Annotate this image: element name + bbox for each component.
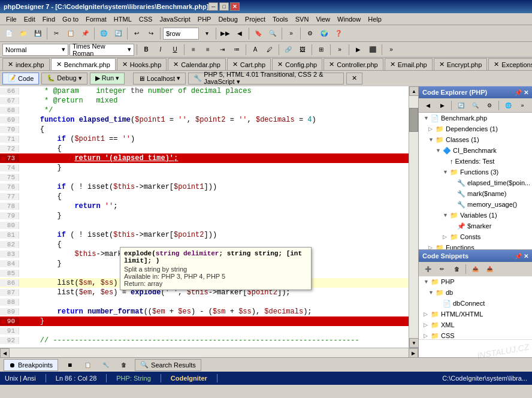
style-dropdown[interactable]: Normal ▾ — [2, 44, 68, 56]
italic-button[interactable]: I — [154, 43, 167, 56]
snip-php[interactable]: ▼ 📁 PHP — [419, 276, 532, 287]
menu-format[interactable]: Format — [82, 14, 110, 24]
table-btn[interactable]: ⊞ — [315, 43, 328, 56]
scroll-track[interactable] — [409, 96, 418, 338]
horizontal-scrollbar[interactable]: ◀ ▶ — [0, 348, 418, 357]
new-button[interactable]: 📄 — [2, 27, 16, 40]
code-tab[interactable]: 📝 Code — [2, 73, 39, 85]
tree-functions-top[interactable]: ▷ 📁 Functions — [419, 242, 532, 249]
php-version-dropdown[interactable]: 🔧 PHP 5, HTML 4.01 Transitional, CSS 2 &… — [188, 73, 344, 85]
tree-benchmark-php[interactable]: ▼ 📄 Benchmark.php — [419, 113, 532, 123]
tab-hooks-php[interactable]: ✕ Hooks.php — [117, 58, 167, 70]
align-left[interactable]: ≡ — [187, 43, 200, 56]
menu-project[interactable]: Project — [241, 14, 269, 24]
h-scroll-track[interactable] — [10, 348, 409, 357]
undo-button[interactable]: ↩ — [130, 27, 143, 40]
tree-functions[interactable]: ▼ 📁 Functions (3) — [419, 167, 532, 177]
extra3[interactable]: ❓ — [332, 27, 345, 40]
menu-css[interactable]: CSS — [135, 14, 156, 24]
close-action-bar[interactable]: ✕ — [346, 73, 362, 85]
tab-encrypt-php[interactable]: ✕ Encrypt.php — [434, 58, 488, 70]
tab-email-php[interactable]: ✕ Email.php — [385, 58, 433, 70]
menu-php[interactable]: PHP — [194, 14, 215, 24]
vertical-scrollbar[interactable]: ▲ ▼ — [409, 86, 418, 348]
menu-html[interactable]: HTML — [110, 14, 135, 24]
tree-classes[interactable]: ▼ 📁 Classes (1) — [419, 134, 532, 145]
scroll-right-button[interactable]: ▶ — [409, 348, 418, 357]
bp-btn2[interactable]: 📋 — [81, 360, 94, 370]
stop-btn[interactable]: ⬛ — [366, 43, 379, 56]
link-btn[interactable]: 🔗 — [282, 43, 295, 56]
list-btn[interactable]: ≔ — [230, 43, 243, 56]
tree-dependencies[interactable]: ▷ 📁 Dependencies (1) — [419, 123, 532, 134]
tree-marker-var[interactable]: 📌 $marker — [419, 221, 532, 231]
redo-button[interactable]: ↪ — [144, 27, 158, 40]
snip-delete[interactable]: 🗑 — [450, 264, 463, 275]
search-btn[interactable]: 🔍 — [266, 27, 279, 40]
more-fmt[interactable]: » — [333, 43, 346, 56]
menu-view[interactable]: View — [312, 14, 334, 24]
debug-tab[interactable]: 🐛 Debug ▾ — [41, 73, 87, 85]
snip-export[interactable]: 📤 — [468, 264, 482, 275]
extra1[interactable]: ⚙ — [303, 27, 316, 40]
tree-elapsed-time[interactable]: 🔧 elapsed_time($poin... — [419, 177, 532, 188]
pin-icon[interactable]: 📌 ✕ — [515, 89, 528, 96]
underline-button[interactable]: U — [168, 43, 182, 56]
menu-help[interactable]: Help — [364, 14, 385, 24]
exp-refresh[interactable]: 🔄 — [454, 100, 467, 111]
search-results-tab[interactable]: 🔍 Search Results — [135, 359, 201, 371]
exp-globe[interactable]: 🌐 — [501, 100, 515, 111]
menu-find[interactable]: Find — [39, 14, 59, 24]
paste-button[interactable]: 📌 — [78, 27, 92, 40]
tree-memory-usage[interactable]: 🔧 memory_usage() — [419, 199, 532, 210]
menu-tools[interactable]: Tools — [269, 14, 292, 24]
tree-consts[interactable]: ▷ 📁 Consts — [419, 231, 532, 242]
tree-ci-benchmark[interactable]: ▼ 🔷 CI_Benchmark — [419, 145, 532, 156]
browser-button[interactable]: 🌐 — [97, 27, 110, 40]
play-btn[interactable]: ▶ — [352, 43, 365, 56]
cut-button[interactable]: ✂ — [50, 27, 63, 40]
scroll-left-button[interactable]: ◀ — [0, 348, 10, 357]
scroll-up-button[interactable]: ▲ — [409, 86, 418, 96]
indent-btn[interactable]: ⇥ — [216, 43, 229, 56]
tab-controller-php[interactable]: ✕ Controller.php — [324, 58, 383, 70]
snip-html[interactable]: ▷ 📁 HTML/XHTML — [419, 309, 532, 319]
align-center[interactable]: ≡ — [201, 43, 214, 56]
snip-css[interactable]: ▷ 📁 CSS — [419, 330, 532, 339]
snip-add[interactable]: ➕ — [421, 264, 434, 275]
tree-variables[interactable]: ▼ 📁 Variables (1) — [419, 210, 532, 221]
bold-button[interactable]: B — [140, 43, 153, 56]
extra2[interactable]: 🌍 — [318, 27, 331, 40]
nav-forward[interactable]: ▶▶ — [219, 27, 232, 40]
more-btn[interactable]: » — [285, 27, 298, 40]
color-btn[interactable]: A — [249, 43, 262, 56]
menu-edit[interactable]: Edit — [20, 14, 39, 24]
breakpoints-tab[interactable]: ⏺ Breakpoints — [4, 359, 58, 371]
tab-cart-php[interactable]: ✕ Cart.php — [227, 58, 271, 70]
code-content[interactable]: 66 * @param integer the number of decima… — [0, 86, 409, 348]
tab-calendar-php[interactable]: ✕ Calendar.php — [168, 58, 225, 70]
run-button[interactable]: ▶ Run ▾ — [90, 73, 125, 85]
minimize-button[interactable]: ─ — [208, 2, 218, 11]
tab-benchmark-php[interactable]: ✕ Benchmark.php — [51, 58, 116, 70]
save-button[interactable]: 💾 — [31, 27, 44, 40]
snippets-pin[interactable]: 📌 ✕ — [515, 253, 528, 260]
menu-goto[interactable]: Go to — [59, 14, 82, 24]
menu-window[interactable]: Window — [334, 14, 364, 24]
image-btn[interactable]: 🖼 — [296, 43, 309, 56]
bookmark-btn[interactable]: 🔖 — [252, 27, 265, 40]
right-more[interactable]: » — [385, 43, 398, 56]
highlight-btn[interactable]: 🖊 — [263, 43, 276, 56]
scroll-down-button[interactable]: ▼ — [409, 338, 418, 348]
nav-back[interactable]: ◀ — [233, 27, 246, 40]
scroll-thumb[interactable] — [409, 108, 418, 132]
font-dropdown[interactable]: Times New Roman ▾ — [69, 44, 134, 56]
snip-edit[interactable]: ✏ — [436, 264, 449, 275]
tab-exceptions-php[interactable]: ✕ Exceptions.php — [488, 58, 532, 70]
bp-btn1[interactable]: ⏹ — [63, 360, 76, 370]
menu-file[interactable]: File — [2, 14, 20, 24]
exp-back[interactable]: ◀ — [421, 100, 434, 111]
exp-more[interactable]: » — [516, 100, 529, 111]
snip-db[interactable]: ▼ 📁 db — [419, 287, 532, 298]
snip-dbconnect[interactable]: 📄 dbConnect — [419, 298, 532, 309]
